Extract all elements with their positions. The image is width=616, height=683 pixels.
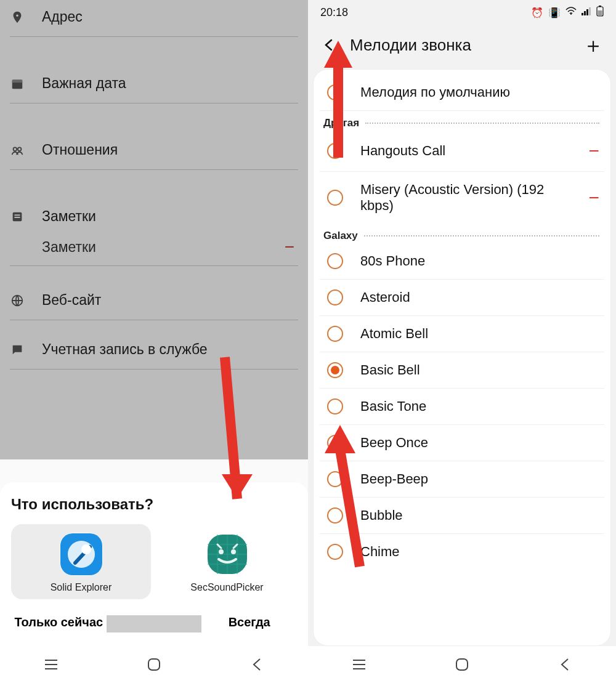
- back-button[interactable]: [546, 652, 583, 677]
- annotation-arrow: [203, 351, 259, 523]
- section-label: Galaxy: [323, 230, 358, 242]
- svg-rect-32: [589, 7, 591, 15]
- ringtone-label: Atomic Bell: [360, 326, 599, 342]
- ringtone-label: Basic Tone: [360, 398, 599, 414]
- ringtone-label: Basic Bell: [360, 362, 599, 378]
- svg-rect-5: [14, 214, 20, 216]
- svg-rect-41: [333, 65, 343, 158]
- field-label: Веб-сайт: [42, 292, 101, 309]
- back-button[interactable]: [238, 652, 275, 677]
- ringtone-label: Beep Once: [360, 435, 599, 451]
- svg-point-3: [18, 147, 21, 151]
- solid-explorer-icon: [60, 533, 103, 576]
- status-time: 20:18: [320, 6, 348, 19]
- svg-rect-31: [586, 9, 588, 15]
- home-button[interactable]: [136, 652, 172, 677]
- svg-rect-39: [456, 659, 468, 670]
- svg-point-28: [570, 14, 572, 15]
- ringtone-item[interactable]: Atomic Bell: [320, 316, 604, 352]
- wifi-icon: [565, 7, 577, 18]
- ringtone-label: Beep-Beep: [360, 471, 599, 487]
- battery-icon: [596, 6, 604, 19]
- ringtone-item[interactable]: Basic Bell: [320, 352, 604, 389]
- ringtone-label: Bubble: [360, 507, 599, 523]
- field-label: Важная дата: [42, 75, 126, 92]
- svg-rect-34: [599, 6, 601, 7]
- field-address[interactable]: Адрес: [10, 0, 298, 37]
- svg-marker-40: [324, 41, 352, 68]
- remove-icon[interactable]: −: [285, 237, 298, 257]
- ringtone-item[interactable]: Basic Tone: [320, 389, 604, 425]
- svg-rect-30: [584, 11, 586, 15]
- field-notes-sub[interactable]: Заметки −: [10, 228, 298, 266]
- globe-icon: [10, 293, 25, 308]
- ringtone-item[interactable]: Asteroid: [320, 280, 604, 316]
- subfield-label: Заметки: [42, 239, 96, 256]
- ringtone-label: Asteroid: [360, 289, 599, 305]
- app-label: Solid Explorer: [16, 582, 146, 593]
- field-label: Отношения: [42, 142, 118, 158]
- field-notes-header: Заметки: [10, 197, 298, 228]
- page-title: Мелодии звонка: [350, 36, 570, 55]
- field-date[interactable]: Важная дата: [10, 64, 298, 103]
- add-button[interactable]: ＋: [583, 34, 604, 55]
- svg-rect-29: [582, 13, 583, 15]
- section-other: Другая: [320, 111, 604, 131]
- radio-icon[interactable]: [327, 253, 343, 269]
- ringtone-item[interactable]: Misery (Acoustic Version) (192 kbps)−: [320, 172, 604, 224]
- svg-rect-35: [598, 10, 602, 15]
- location-icon: [10, 10, 25, 25]
- radio-icon[interactable]: [327, 190, 343, 206]
- svg-point-2: [14, 147, 17, 151]
- ringtone-item[interactable]: Hangouts Call−: [320, 131, 604, 172]
- android-navbar: [0, 646, 308, 683]
- annotation-arrow: [317, 41, 360, 164]
- remove-icon[interactable]: −: [588, 187, 599, 208]
- section-divider: [364, 235, 599, 236]
- android-navbar: [308, 646, 616, 683]
- vibrate-icon: 📳: [548, 7, 561, 18]
- recents-button[interactable]: [33, 652, 70, 677]
- signal-icon: [582, 7, 591, 18]
- field-website[interactable]: Веб-сайт: [10, 281, 298, 320]
- ringtone-item[interactable]: 80s Phone: [320, 243, 604, 280]
- recents-button[interactable]: [341, 652, 378, 677]
- people-icon: [10, 143, 25, 158]
- chooser-always-button[interactable]: Всегда: [201, 607, 297, 641]
- status-bar: 20:18 ⏰ 📳: [308, 0, 616, 25]
- field-label: Заметки: [42, 208, 96, 225]
- left-screenshot: Адрес Важная дата Отношения: [0, 0, 308, 683]
- ringtone-label: Chime: [360, 544, 599, 560]
- status-icons: ⏰ 📳: [531, 6, 604, 19]
- secsoundpicker-icon: [206, 533, 249, 576]
- home-button[interactable]: [444, 652, 480, 677]
- ringtone-label: Мелодия по умолчанию: [360, 84, 599, 100]
- app-chooser-sheet: Что использовать? Solid Explorer SecSoun…: [0, 482, 308, 646]
- field-relations[interactable]: Отношения: [10, 131, 298, 170]
- chat-icon: [10, 342, 25, 357]
- radio-icon[interactable]: [327, 326, 343, 342]
- svg-rect-6: [14, 217, 20, 218]
- svg-rect-24: [148, 659, 160, 670]
- ringtone-default[interactable]: Мелодия по умолчанию: [320, 75, 604, 111]
- notes-icon: [10, 209, 25, 224]
- app-label: SecSoundPicker: [162, 582, 292, 593]
- radio-icon[interactable]: [327, 289, 343, 305]
- remove-icon[interactable]: −: [588, 140, 599, 161]
- chooser-app-solid-explorer[interactable]: Solid Explorer: [11, 524, 151, 599]
- svg-point-20: [231, 549, 236, 554]
- ringtone-label: Hangouts Call: [360, 143, 571, 159]
- separator: [107, 615, 202, 632]
- svg-rect-1: [12, 79, 23, 83]
- annotation-arrow: [315, 425, 377, 585]
- alarm-icon: ⏰: [531, 7, 543, 18]
- field-label: Адрес: [42, 9, 83, 25]
- svg-point-19: [219, 549, 224, 554]
- radio-icon[interactable]: [327, 398, 343, 414]
- chooser-just-once-button[interactable]: Только сейчас: [11, 607, 107, 641]
- chooser-app-secsoundpicker[interactable]: SecSoundPicker: [157, 524, 297, 599]
- ringtone-label: Misery (Acoustic Version) (192 kbps): [360, 182, 571, 214]
- svg-marker-27: [222, 474, 253, 499]
- field-label: Учетная запись в службе: [42, 341, 208, 358]
- radio-icon[interactable]: [327, 362, 343, 378]
